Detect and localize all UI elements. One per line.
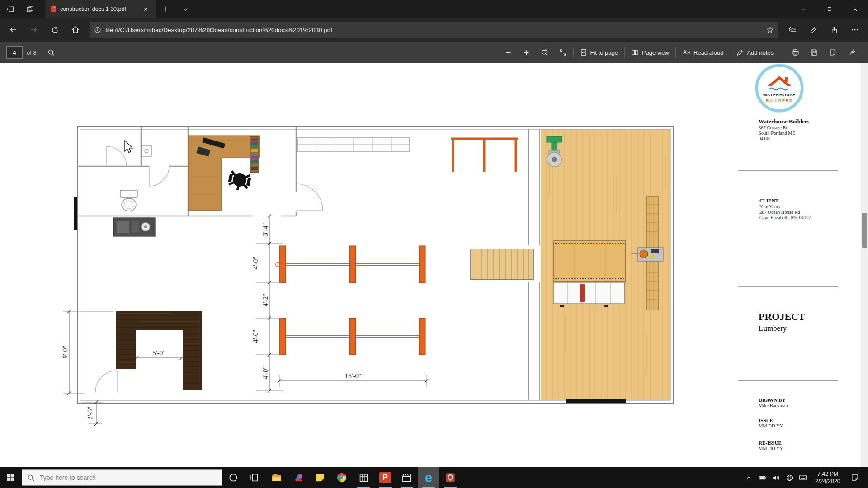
fit-to-page-icon xyxy=(580,49,587,56)
dim-label: 4'-2" xyxy=(262,294,269,307)
tabs-preview-button[interactable] xyxy=(20,0,40,18)
minimize-button[interactable] xyxy=(791,0,816,18)
back-arrow-icon xyxy=(9,26,17,34)
page-view-button[interactable]: Page view xyxy=(626,45,674,60)
page-number-input[interactable]: 4 xyxy=(6,46,23,59)
fullscreen-button[interactable] xyxy=(554,45,572,60)
forward-arrow-icon xyxy=(30,26,38,34)
chevron-down-icon xyxy=(183,6,189,12)
close-window-button[interactable] xyxy=(842,0,868,18)
scrollbar-thumb[interactable] xyxy=(862,213,867,248)
home-icon xyxy=(71,26,80,34)
start-button[interactable] xyxy=(0,467,22,488)
logo-subname: BUILDERS xyxy=(766,99,793,103)
toolbar-separator xyxy=(573,47,574,57)
edge-button[interactable]: e xyxy=(418,467,439,488)
company-name: Waterhouse Builders xyxy=(759,118,809,125)
system-tray: 7:42 PM 2/24/2020 xyxy=(742,467,868,488)
share-button[interactable] xyxy=(824,21,844,39)
cortana-button[interactable] xyxy=(222,467,244,488)
paint-3d-button[interactable] xyxy=(288,467,309,488)
tab-close-button[interactable] xyxy=(140,4,151,14)
pdf-app-icon xyxy=(445,472,456,483)
client-label: CLIENT xyxy=(760,198,779,203)
add-notes-button[interactable]: Add notes xyxy=(731,45,778,60)
file-explorer-button[interactable] xyxy=(266,467,288,488)
maximize-icon xyxy=(827,6,832,12)
hub-favorites-button[interactable] xyxy=(782,21,803,39)
zoom-in-button[interactable] xyxy=(518,45,536,60)
address-bar[interactable]: file:///C:/Users/mjbac/Desktop/287%20Oce… xyxy=(90,22,778,38)
drawn-by-name: Mike Backman xyxy=(759,403,788,408)
taskbar-clock[interactable]: 7:42 PM 2/24/2020 xyxy=(810,470,846,485)
grid-app-icon xyxy=(359,473,369,483)
new-tab-button[interactable] xyxy=(156,0,175,18)
waterhouse-logo: WATERHOUSE BUILDERS xyxy=(755,64,803,112)
client-address-1: 287 Ocean House Rd xyxy=(760,210,800,215)
tray-overflow-button[interactable] xyxy=(742,467,755,488)
minus-icon xyxy=(505,49,512,56)
wall-fixture xyxy=(142,145,151,156)
add-favorite-star-icon[interactable] xyxy=(766,26,774,34)
action-center-button[interactable] xyxy=(846,467,864,488)
desktop-screen: construction docs 1 30.pdf xyxy=(0,0,868,488)
company-address-2: South Portland ME xyxy=(759,131,795,136)
vertical-scrollbar[interactable] xyxy=(861,63,868,467)
project-name: Lumbery xyxy=(759,324,787,333)
volume-tray-icon[interactable] xyxy=(769,467,783,488)
printer-icon xyxy=(792,49,799,56)
keyboard-icon xyxy=(799,474,807,482)
settings-more-button[interactable] xyxy=(844,21,865,39)
refresh-button[interactable] xyxy=(44,21,65,39)
maximize-button[interactable] xyxy=(816,0,842,18)
pdf-page[interactable]: 3'-4" 4'-0" 4'-2" 4'-0" 4'-0" 16'-0" 9'-… xyxy=(0,63,868,467)
save-button[interactable] xyxy=(805,45,824,60)
set-tabs-aside-button[interactable] xyxy=(0,0,20,18)
read-aloud-button[interactable]: A Read aloud xyxy=(677,45,729,60)
client-name: Yam Yams xyxy=(760,204,780,209)
cortana-icon xyxy=(228,473,238,483)
pin-toolbar-button[interactable] xyxy=(843,45,862,60)
touch-keyboard-tray-icon[interactable] xyxy=(796,467,810,488)
annotate-button[interactable] xyxy=(803,21,824,39)
issue-label: ISSUE xyxy=(759,418,773,423)
save-as-button[interactable] xyxy=(824,45,843,60)
zoom-reset-button[interactable] xyxy=(536,45,554,60)
page-info-icon[interactable] xyxy=(94,26,101,33)
forward-button[interactable] xyxy=(24,21,44,39)
network-tray-icon[interactable] xyxy=(783,467,796,488)
show-desktop-button[interactable] xyxy=(864,467,868,488)
battery-tray-icon[interactable] xyxy=(755,467,769,488)
browser-tab[interactable]: construction docs 1 30.pdf xyxy=(45,0,156,18)
speaker-icon xyxy=(772,474,780,482)
sticky-notes-button[interactable] xyxy=(309,467,331,488)
pen-icon xyxy=(810,26,817,34)
dim-label: 9'-0" xyxy=(61,346,69,359)
folder-icon xyxy=(271,472,282,483)
tab-list-chevron-button[interactable] xyxy=(175,0,195,18)
movies-app-button[interactable] xyxy=(396,467,418,488)
home-button[interactable] xyxy=(65,21,86,39)
chrome-icon xyxy=(336,472,347,483)
pdf-app-button[interactable] xyxy=(439,467,461,488)
task-view-button[interactable] xyxy=(244,467,266,488)
browser-title-bar: construction docs 1 30.pdf xyxy=(0,0,868,18)
pushpin-icon xyxy=(849,49,856,56)
search-input[interactable] xyxy=(39,474,217,482)
zoom-out-button[interactable] xyxy=(500,45,518,60)
edge-icon: e xyxy=(425,471,432,484)
toolbar-separator xyxy=(730,47,730,57)
spreadsheet-app-button[interactable] xyxy=(353,467,374,488)
powerpoint-button[interactable]: P xyxy=(374,467,396,488)
chrome-button[interactable] xyxy=(331,467,353,488)
dim-label: 16'-0" xyxy=(345,372,361,380)
fit-to-page-button[interactable]: Fit to page xyxy=(575,45,623,60)
wall-segment xyxy=(74,197,77,230)
base-cabinets xyxy=(554,282,624,307)
add-notes-pen-icon xyxy=(736,49,744,56)
back-button[interactable] xyxy=(3,21,24,39)
pdf-content-area: 3'-4" 4'-0" 4'-2" 4'-0" 4'-0" 16'-0" 9'-… xyxy=(0,63,868,467)
find-in-document-button[interactable] xyxy=(44,49,59,56)
print-button[interactable] xyxy=(786,45,805,60)
taskbar-search-box[interactable] xyxy=(22,469,222,486)
